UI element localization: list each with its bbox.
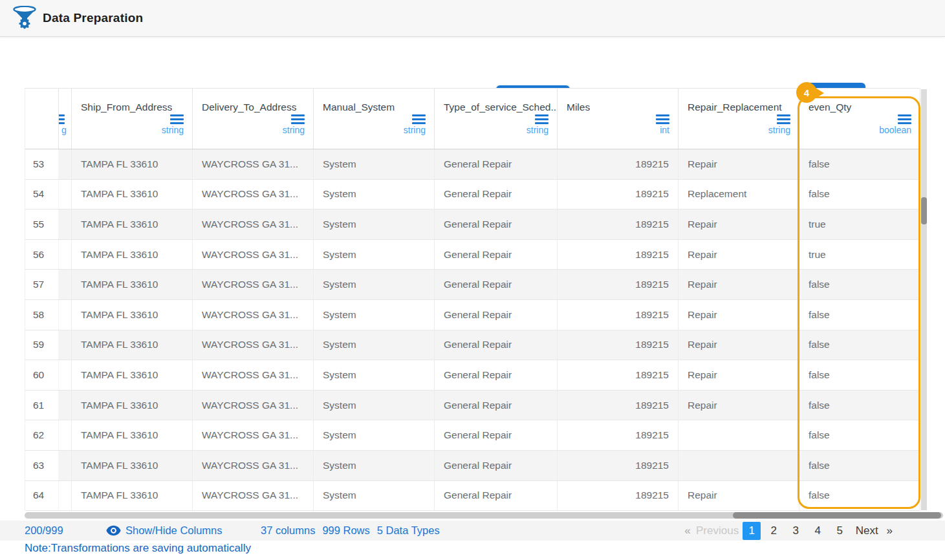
row-number-cell: 55 xyxy=(25,210,59,239)
partial-column-cell xyxy=(59,360,72,390)
table-cell: Repair xyxy=(679,360,799,390)
footer-bar: 200/999 Show/Hide Columns 37 columns 999… xyxy=(0,521,945,541)
table-row[interactable]: 64TAMPA FL 33610WAYCROSS GA 31...SystemG… xyxy=(25,481,920,512)
previous-page-button[interactable]: Previous xyxy=(696,522,739,540)
column-header-Repair_Replacement[interactable]: Repair_Replacementstring xyxy=(679,89,799,149)
page-1-button[interactable]: 1 xyxy=(743,522,761,540)
table-cell: 189215 xyxy=(558,240,679,270)
table-cell: General Repair xyxy=(435,270,558,299)
table-cell: 189215 xyxy=(558,180,679,210)
column-menu-icon xyxy=(59,114,65,124)
table-row[interactable]: 61TAMPA FL 33610WAYCROSS GA 31...SystemG… xyxy=(25,391,920,421)
table-cell: false xyxy=(799,420,920,450)
table-cell: General Repair xyxy=(435,210,558,239)
table-cell: 189215 xyxy=(558,330,679,360)
partial-column-cell xyxy=(59,420,72,450)
column-menu-icon[interactable] xyxy=(535,114,549,124)
table-row[interactable]: 58TAMPA FL 33610WAYCROSS GA 31...SystemG… xyxy=(25,300,920,330)
table-cell: TAMPA FL 33610 xyxy=(72,300,193,330)
column-menu-icon[interactable] xyxy=(291,114,305,124)
column-type-label: int xyxy=(660,125,669,135)
row-number-cell: 60 xyxy=(25,360,59,390)
table-cell: TAMPA FL 33610 xyxy=(72,240,193,270)
table-row[interactable]: 56TAMPA FL 33610WAYCROSS GA 31...SystemG… xyxy=(25,240,920,270)
table-cell: System xyxy=(314,360,435,390)
table-cell: TAMPA FL 33610 xyxy=(72,330,193,360)
table-cell: WAYCROSS GA 31... xyxy=(193,420,314,450)
toolbar: StorePrep_1 0 Skip Rows 1000 N Rows xyxy=(0,37,945,88)
table-row[interactable]: 62TAMPA FL 33610WAYCROSS GA 31...SystemG… xyxy=(25,420,920,451)
table-row[interactable]: 59TAMPA FL 33610WAYCROSS GA 31...SystemG… xyxy=(25,330,920,361)
column-menu-icon[interactable] xyxy=(898,114,911,124)
table-row[interactable]: 63TAMPA FL 33610WAYCROSS GA 31...SystemG… xyxy=(25,451,920,481)
table-cell: System xyxy=(314,420,435,450)
column-header-Miles[interactable]: Milesint xyxy=(558,89,679,149)
table-cell: General Repair xyxy=(435,149,558,179)
table-cell: WAYCROSS GA 31... xyxy=(193,360,314,390)
eye-icon xyxy=(106,525,121,536)
page-2-button[interactable]: 2 xyxy=(765,522,783,540)
table-cell: System xyxy=(314,270,435,299)
first-page-button[interactable]: « xyxy=(683,522,692,540)
table-row[interactable]: 60TAMPA FL 33610WAYCROSS GA 31...SystemG… xyxy=(25,360,920,391)
table-cell: WAYCROSS GA 31... xyxy=(193,210,314,239)
page-4-button[interactable]: 4 xyxy=(809,522,827,540)
table-cell: TAMPA FL 33610 xyxy=(72,391,193,420)
table-cell: false xyxy=(799,481,920,511)
show-hide-columns-button[interactable]: Show/Hide Columns xyxy=(106,521,222,541)
page-5-button[interactable]: 5 xyxy=(831,522,849,540)
table-cell: 189215 xyxy=(558,391,679,420)
table-cell: false xyxy=(799,391,920,420)
table-cell: false xyxy=(799,180,920,210)
partial-column-cell xyxy=(59,481,72,511)
table-row[interactable]: 54TAMPA FL 33610WAYCROSS GA 31...SystemG… xyxy=(25,180,920,210)
column-type-label: boolean xyxy=(879,125,911,135)
table-cell: TAMPA FL 33610 xyxy=(72,451,193,480)
partial-column-cell xyxy=(59,451,72,480)
column-header-Delivery_To_Address[interactable]: Delivery_To_Addressstring xyxy=(193,89,314,149)
table-cell: System xyxy=(314,300,435,330)
table-cell: false xyxy=(799,360,920,390)
column-header-Type_of_service_Sched...[interactable]: Type_of_service_Sched...string xyxy=(435,89,558,149)
table-stats: 37 columns 999 Rows 5 Data Types xyxy=(261,521,440,541)
column-menu-icon[interactable] xyxy=(412,114,426,124)
data-types-count: 5 Data Types xyxy=(377,524,440,537)
table-row[interactable]: 55TAMPA FL 33610WAYCROSS GA 31...SystemG… xyxy=(25,210,920,240)
column-header-Manual_System[interactable]: Manual_Systemstring xyxy=(314,89,435,149)
table-cell: Repair xyxy=(679,300,799,330)
column-menu-icon[interactable] xyxy=(170,114,184,124)
partial-column-cell xyxy=(59,270,72,299)
autosave-note: Note:Transformations are saving automati… xyxy=(25,542,251,555)
table-cell: 189215 xyxy=(558,420,679,450)
table-cell: Repair xyxy=(679,240,799,270)
columns-count: 37 columns xyxy=(261,524,315,537)
table-header-row: g Ship_From_AddressstringDelivery_To_Add… xyxy=(25,89,920,149)
table-cell: Replacement xyxy=(679,180,799,210)
column-menu-icon[interactable] xyxy=(777,114,790,124)
table-row[interactable]: 57TAMPA FL 33610WAYCROSS GA 31...SystemG… xyxy=(25,270,920,300)
table-cell: General Repair xyxy=(435,391,558,420)
table-cell: 189215 xyxy=(558,360,679,390)
table-cell: true xyxy=(799,210,920,239)
column-header-Ship_From_Address[interactable]: Ship_From_Addressstring xyxy=(72,89,193,149)
column-name: Miles xyxy=(567,102,590,113)
table-cell: General Repair xyxy=(435,360,558,390)
table-cell: 189215 xyxy=(558,451,679,480)
table-row[interactable]: 53TAMPA FL 33610WAYCROSS GA 31...SystemG… xyxy=(25,149,920,180)
vertical-scrollbar-track[interactable] xyxy=(921,89,927,510)
vertical-scrollbar-thumb[interactable] xyxy=(921,197,927,224)
table-cell: WAYCROSS GA 31... xyxy=(193,330,314,360)
row-number-cell: 53 xyxy=(25,149,59,179)
partial-column-cell xyxy=(59,210,72,239)
row-number-cell: 63 xyxy=(25,451,59,480)
row-number-cell: 64 xyxy=(25,481,59,511)
page-3-button[interactable]: 3 xyxy=(787,522,805,540)
column-header-even_Qty[interactable]: even_Qtyboolean xyxy=(799,89,920,149)
column-menu-icon[interactable] xyxy=(656,114,669,124)
next-page-button[interactable]: Next xyxy=(853,522,881,540)
horizontal-scrollbar-thumb[interactable] xyxy=(733,512,941,519)
horizontal-scrollbar-track[interactable] xyxy=(25,512,943,519)
table-cell: false xyxy=(799,270,920,299)
last-page-button[interactable]: » xyxy=(885,522,894,540)
partial-column-cell xyxy=(59,149,72,179)
